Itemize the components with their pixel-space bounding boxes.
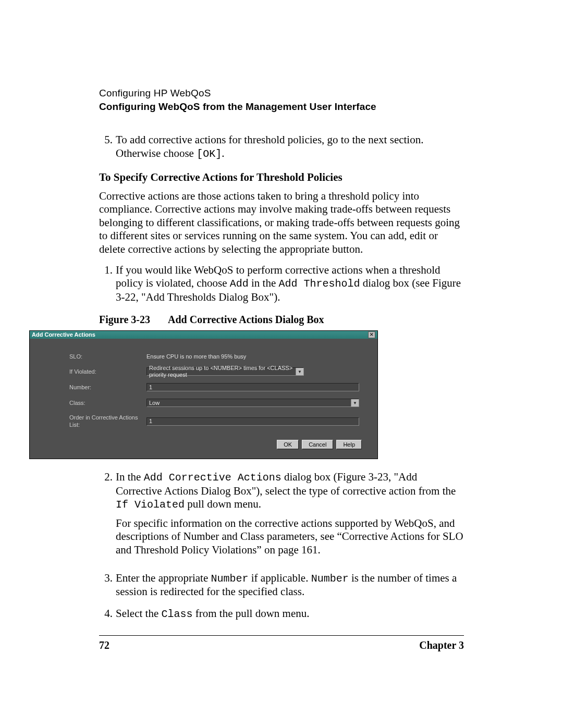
chevron-down-icon[interactable]: ▼ bbox=[351, 399, 359, 406]
page-footer: 72 Chapter 3 bbox=[99, 639, 464, 651]
step-text: In the Add Corrective Actions dialog box… bbox=[116, 471, 464, 563]
chevron-down-icon[interactable]: ▼ bbox=[296, 368, 303, 375]
running-header-title: Configuring HP WebQoS bbox=[99, 88, 464, 99]
code-inline: Add bbox=[230, 278, 249, 290]
dropdown-class[interactable]: Low ▼ bbox=[146, 399, 359, 407]
ordered-step: 4. Select the Class from the pull down m… bbox=[99, 607, 464, 621]
running-header-subtitle: Configuring WebQoS from the Management U… bbox=[99, 101, 464, 113]
text: . bbox=[222, 147, 224, 159]
text: if applicable. bbox=[249, 572, 311, 584]
input-number[interactable]: 1 bbox=[146, 383, 359, 391]
code-inline: Add Threshold bbox=[278, 278, 360, 290]
dialog-add-corrective-actions: Add Corrective Actions ✕ SLO: Ensure CPU… bbox=[29, 330, 378, 460]
code-inline: Number bbox=[211, 573, 249, 585]
code-inline: [OK] bbox=[197, 148, 222, 160]
dialog-row-number: Number: 1 bbox=[69, 383, 367, 391]
text: pull down menu. bbox=[185, 498, 261, 510]
ordered-step: 5. To add corrective actions for thresho… bbox=[99, 133, 464, 161]
dialog-row-class: Class: Low ▼ bbox=[69, 399, 367, 407]
ordered-step: 2. In the Add Corrective Actions dialog … bbox=[99, 471, 464, 563]
dialog-row-order: Order in Corrective Actions List: 1 bbox=[69, 414, 367, 428]
text: from the pull down menu. bbox=[192, 607, 309, 620]
step-number: 5. bbox=[99, 133, 116, 161]
dialog-button-row: OK Cancel Help bbox=[69, 436, 367, 454]
subsection-heading: To Specify Corrective Actions for Thresh… bbox=[99, 171, 464, 184]
text: In the bbox=[116, 471, 144, 483]
input-value: 1 bbox=[149, 384, 152, 391]
dialog-body: SLO: Ensure CPU is no more than 95% busy… bbox=[30, 339, 377, 459]
help-button[interactable]: Help bbox=[336, 440, 362, 449]
step-number: 2. bbox=[99, 471, 116, 563]
close-icon[interactable]: ✕ bbox=[368, 331, 375, 338]
dialog-title-text: Add Corrective Actions bbox=[32, 331, 95, 338]
step-number: 4. bbox=[99, 607, 116, 621]
dialog-row-if-violated: If Violated: Redirect sessions up to <NU… bbox=[69, 367, 367, 376]
dropdown-if-violated[interactable]: Redirect sessions up to <NUMBER> times f… bbox=[146, 367, 304, 376]
document-page: Configuring HP WebQoS Configuring WebQoS… bbox=[0, 0, 563, 728]
code-inline: Class bbox=[161, 608, 192, 620]
step-text: If you would like WebQoS to perform corr… bbox=[116, 264, 464, 304]
step-number: 1. bbox=[99, 264, 116, 304]
dropdown-value: Redirect sessions up to <NUMBER> times f… bbox=[149, 365, 301, 379]
text: Enter the appropriate bbox=[116, 572, 211, 584]
label-slo: SLO: bbox=[69, 353, 146, 360]
ordered-step: 3. Enter the appropriate Number if appli… bbox=[99, 572, 464, 599]
body-column: 5. To add corrective actions for thresho… bbox=[99, 133, 464, 651]
label-number: Number: bbox=[69, 384, 146, 391]
input-order[interactable]: 1 bbox=[146, 417, 359, 426]
ok-button[interactable]: OK bbox=[277, 440, 299, 449]
label-class: Class: bbox=[69, 400, 146, 406]
step-text: Enter the appropriate Number if applicab… bbox=[116, 572, 464, 599]
footer-rule bbox=[99, 635, 464, 636]
paragraph: For specific information on the correcti… bbox=[116, 517, 464, 557]
page-number: 72 bbox=[99, 639, 109, 651]
label-if-violated: If Violated: bbox=[69, 368, 146, 375]
paragraph: Corrective actions are those actions tak… bbox=[99, 190, 464, 256]
dialog-titlebar[interactable]: Add Corrective Actions ✕ bbox=[30, 331, 377, 339]
text: To add corrective actions for threshold … bbox=[116, 133, 423, 159]
code-inline: Add Corrective Actions bbox=[144, 472, 282, 484]
ordered-step: 1. If you would like WebQoS to perform c… bbox=[99, 264, 464, 304]
step-number: 3. bbox=[99, 572, 116, 599]
text: Select the bbox=[116, 607, 161, 620]
dropdown-value: Low bbox=[149, 400, 160, 406]
text: in the bbox=[249, 277, 279, 289]
code-inline: If Violated bbox=[116, 499, 185, 511]
figure-caption: Figure 3-23 Add Corrective Actions Dialo… bbox=[99, 313, 464, 326]
step-text: Select the Class from the pull down menu… bbox=[116, 607, 464, 621]
input-value: 1 bbox=[149, 418, 152, 425]
figure-title: Add Corrective Actions Dialog Box bbox=[168, 313, 324, 326]
cancel-button[interactable]: Cancel bbox=[302, 440, 333, 449]
figure-number: Figure 3-23 bbox=[99, 313, 168, 326]
dialog-row-slo: SLO: Ensure CPU is no more than 95% busy bbox=[69, 353, 367, 360]
step-text: To add corrective actions for threshold … bbox=[116, 133, 464, 161]
label-order: Order in Corrective Actions List: bbox=[69, 414, 146, 428]
chapter-label: Chapter 3 bbox=[419, 639, 464, 651]
code-inline: Number bbox=[311, 573, 349, 585]
value-slo: Ensure CPU is no more than 95% busy bbox=[146, 353, 246, 360]
post-figure-steps: 2. In the Add Corrective Actions dialog … bbox=[99, 471, 464, 621]
